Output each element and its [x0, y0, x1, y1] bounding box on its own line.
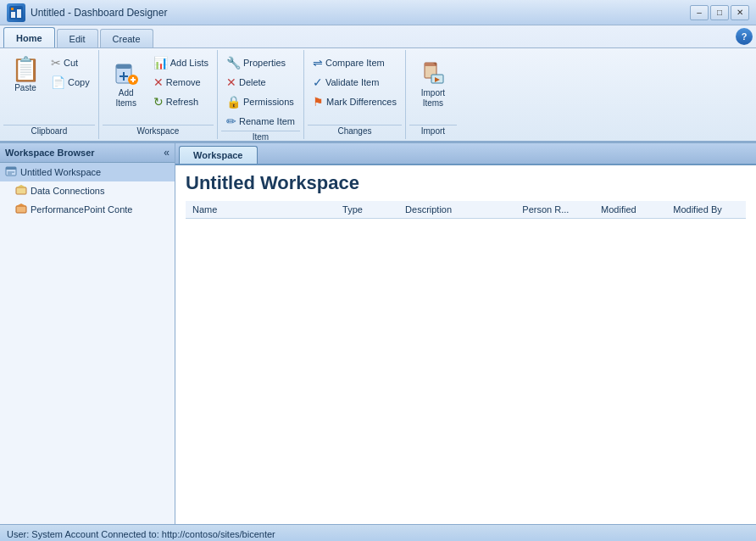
paste-button[interactable]: 📋 Paste [5, 53, 46, 114]
compare-label: Compare Item [325, 58, 385, 68]
status-bar: User: System Account Connected to: http:… [0, 524, 756, 541]
content-tabs: Workspace [175, 143, 756, 165]
item-group-label: Item [221, 131, 300, 143]
item-group-content: 🔧 Properties ✕ Delete 🔒 Permissions ✏ Re… [221, 52, 300, 131]
col-desc-header[interactable]: Description [398, 201, 515, 219]
ppcontent-icon [15, 203, 27, 216]
col-modby-header[interactable]: Modified By [666, 201, 746, 219]
tab-home[interactable]: Home [3, 27, 55, 47]
changes-group: ⇌ Compare Item ✓ Validate Item ⚑ Mark Di… [304, 50, 406, 139]
svg-rect-17 [6, 167, 16, 170]
delete-label: Delete [239, 77, 266, 87]
clipboard-col: ✂ Cut 📄 Copy [47, 53, 93, 92]
refresh-button[interactable]: ↻ Refresh [150, 92, 212, 111]
sidebar-header: Workspace Browser « [0, 143, 175, 163]
tree-item-workspace[interactable]: Untitled Workspace [0, 163, 175, 181]
rename-icon: ✏ [226, 114, 236, 128]
content-panel: Untitled Workspace Name Type Description… [175, 165, 756, 524]
paste-icon: 📋 [11, 55, 41, 83]
svg-rect-3 [11, 8, 14, 10]
col-name-header[interactable]: Name [186, 201, 336, 219]
workspace-tab[interactable]: Workspace [179, 146, 258, 164]
import-items-button[interactable]: ImportItems [411, 53, 455, 114]
tree-item-dataconn[interactable]: Data Connections [0, 181, 175, 200]
validate-icon: ✓ [313, 75, 323, 89]
clipboard-group-label: Clipboard [3, 125, 95, 137]
svg-rect-2 [17, 9, 21, 18]
col-modified-header[interactable]: Modified [594, 201, 666, 219]
refresh-icon: ↻ [153, 95, 164, 109]
workspace-group-label: Workspace [103, 125, 214, 137]
app-icon [7, 3, 25, 22]
import-items-icon [420, 59, 447, 86]
workspace-group: AddItems 📊 Add Lists ✕ Remove ↻ Refresh [99, 50, 218, 139]
add-lists-button[interactable]: 📊 Add Lists [150, 53, 212, 72]
content-area: Workspace Untitled Workspace Name Type D… [175, 143, 756, 524]
close-button[interactable]: ✕ [731, 5, 749, 20]
compare-item-button[interactable]: ⇌ Compare Item [309, 53, 400, 72]
window-controls: – □ ✕ [690, 5, 749, 20]
remove-icon: ✕ [153, 75, 164, 89]
svg-rect-22 [16, 206, 26, 213]
delete-icon: ✕ [226, 75, 236, 89]
mark-diff-label: Mark Differences [326, 97, 397, 107]
minimize-button[interactable]: – [690, 5, 709, 20]
permissions-button[interactable]: 🔒 Permissions [223, 92, 298, 111]
validate-item-button[interactable]: ✓ Validate Item [309, 73, 400, 92]
delete-button[interactable]: ✕ Delete [223, 73, 298, 92]
content-title: Untitled Workspace [186, 172, 746, 194]
ppcontent-label: PerformancePoint Conte [31, 204, 132, 215]
sidebar-title: Workspace Browser [5, 148, 95, 158]
data-table: Name Type Description Person R... Modifi… [186, 201, 746, 219]
svg-marker-21 [16, 185, 26, 187]
changes-group-label: Changes [308, 125, 402, 137]
ribbon: Home Edit Create ? 📋 Paste ✂ Cut 📄 [0, 25, 756, 142]
remove-label: Remove [166, 77, 201, 87]
add-items-button[interactable]: AddItems [104, 53, 148, 114]
changes-group-content: ⇌ Compare Item ✓ Validate Item ⚑ Mark Di… [308, 52, 402, 125]
clipboard-group-content: 📋 Paste ✂ Cut 📄 Copy [3, 52, 95, 125]
rename-button[interactable]: ✏ Rename Item [223, 112, 298, 131]
sidebar: Workspace Browser « Untitled Workspace [0, 143, 175, 524]
workspace-tree-icon [5, 165, 17, 179]
help-button[interactable]: ? [736, 28, 753, 45]
maximize-button[interactable]: □ [710, 5, 729, 20]
workspace-group-content: AddItems 📊 Add Lists ✕ Remove ↻ Refresh [103, 52, 214, 125]
refresh-label: Refresh [166, 97, 199, 107]
remove-button[interactable]: ✕ Remove [150, 73, 212, 92]
mark-diff-icon: ⚑ [313, 95, 324, 109]
cut-icon: ✂ [51, 56, 61, 70]
svg-rect-20 [16, 187, 26, 194]
changes-col: ⇌ Compare Item ✓ Validate Item ⚑ Mark Di… [309, 53, 400, 111]
copy-label: Copy [68, 77, 90, 87]
properties-button[interactable]: 🔧 Properties [223, 53, 298, 72]
import-group-label: Import [409, 125, 457, 137]
col-type-header[interactable]: Type [336, 201, 398, 219]
main-layout: Workspace Browser « Untitled Workspace [0, 142, 756, 524]
svg-marker-23 [16, 204, 26, 206]
workspace-tree-label: Untitled Workspace [20, 167, 101, 177]
tree-item-ppcontent[interactable]: PerformancePoint Conte [0, 200, 175, 219]
permissions-icon: 🔒 [226, 95, 241, 109]
import-group: ImportItems Import [406, 50, 460, 139]
col-person-header[interactable]: Person R... [515, 201, 594, 219]
table-header-row: Name Type Description Person R... Modifi… [186, 201, 746, 219]
svg-rect-5 [116, 64, 131, 69]
svg-rect-1 [11, 12, 15, 18]
import-items-label: ImportItems [421, 88, 445, 109]
permissions-label: Permissions [243, 97, 294, 107]
tab-create[interactable]: Create [100, 29, 153, 47]
copy-button[interactable]: 📄 Copy [47, 73, 93, 92]
mark-differences-button[interactable]: ⚑ Mark Differences [309, 92, 400, 111]
validate-label: Validate Item [325, 77, 379, 87]
add-lists-label: Add Lists [170, 58, 208, 68]
properties-icon: 🔧 [226, 56, 241, 70]
add-lists-icon: 📊 [153, 56, 168, 70]
cut-button[interactable]: ✂ Cut [47, 53, 93, 72]
cut-label: Cut [64, 58, 78, 68]
paste-label: Paste [14, 83, 36, 92]
compare-icon: ⇌ [313, 56, 323, 70]
clipboard-group: 📋 Paste ✂ Cut 📄 Copy Clipboard [0, 50, 99, 139]
sidebar-collapse-button[interactable]: « [164, 147, 170, 159]
tab-edit[interactable]: Edit [57, 29, 98, 47]
